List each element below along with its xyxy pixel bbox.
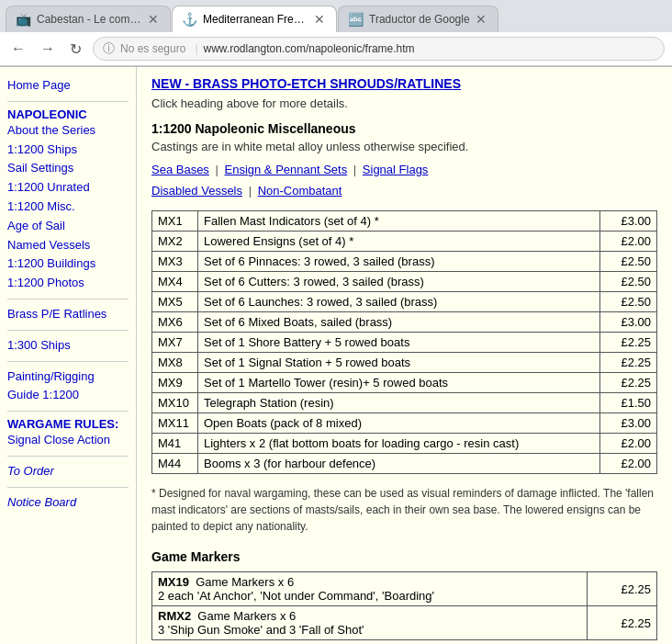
table-row: MX6 Set of 6 Mixed Boats, sailed (brass)… xyxy=(152,312,657,333)
link-ensign[interactable]: Ensign & Pennant Sets xyxy=(225,163,348,176)
product-code: MX11 xyxy=(152,413,198,434)
product-price: £3.00 xyxy=(600,312,657,333)
table-row: MX11 Open Boats (pack of 8 mixed) £3.00 xyxy=(152,413,657,434)
top-link-subtitle: Click heading above for more details. xyxy=(151,96,657,110)
tab-close-1[interactable]: ✕ xyxy=(148,12,159,27)
tab-label-3: Traductor de Google xyxy=(369,13,470,26)
sidebar-home-link[interactable]: Home Page xyxy=(7,76,129,96)
table-row: MX5 Set of 6 Launches: 3 rowed, 3 sailed… xyxy=(152,292,657,312)
product-desc: Set of 1 Signal Station + 5 rowed boats xyxy=(198,353,600,373)
refresh-button[interactable]: ↻ xyxy=(66,39,85,60)
link-sea-bases[interactable]: Sea Bases xyxy=(151,163,209,176)
product-code: MX4 xyxy=(152,272,198,292)
address-bar[interactable]: ⓘ No es seguro | www.rodlangton.com/napo… xyxy=(93,37,665,61)
sidebar-notice-section: Notice Board xyxy=(7,493,129,513)
sidebar-item-300ships[interactable]: 1:300 Ships xyxy=(7,336,129,356)
product-desc: Set of 6 Mixed Boats, sailed (brass) xyxy=(198,312,600,333)
sidebar-item-ships[interactable]: 1:1200 Ships xyxy=(7,141,129,160)
product-code: MX8 xyxy=(152,353,198,373)
game-marker-desc: RMX2 Game Markers x 6 3 'Ship Gun Smoke'… xyxy=(152,606,588,640)
sidebar-item-about[interactable]: About the Series xyxy=(7,121,129,141)
product-desc: Lighters x 2 (flat bottom boats for load… xyxy=(198,434,600,454)
table-row: M44 Booms x 3 (for harbour defence) £2.0… xyxy=(152,454,657,474)
sidebar-home-section: Home Page xyxy=(7,76,129,96)
sidebar-item-sail[interactable]: Sail Settings xyxy=(7,159,129,178)
game-markers-heading: Game Markers xyxy=(151,549,657,564)
table-row: MX3 Set of 6 Pinnaces: 3 rowed, 3 sailed… xyxy=(152,252,657,272)
sidebar-item-age[interactable]: Age of Sail xyxy=(7,217,129,236)
game-markers-table: MX19 Game Markers x 6 2 each 'At Anchor'… xyxy=(151,571,657,640)
sep1: | xyxy=(216,163,222,176)
product-price: £1.50 xyxy=(600,393,657,413)
security-icon: ⓘ xyxy=(103,40,115,57)
tab-close-3[interactable]: ✕ xyxy=(476,12,487,27)
game-marker-desc: MX19 Game Markers x 6 2 each 'At Anchor'… xyxy=(152,572,588,606)
product-price: £2.00 xyxy=(600,232,657,252)
sidebar-item-buildings[interactable]: 1:1200 Buildings xyxy=(7,254,129,274)
product-price: £2.50 xyxy=(600,272,657,292)
product-code: MX10 xyxy=(152,393,198,413)
tab-3[interactable]: 🔤 Traductor de Google ✕ xyxy=(338,6,498,32)
link-disabled[interactable]: Disabled Vessels xyxy=(151,184,242,198)
security-label: No es seguro xyxy=(120,42,185,55)
tab-1[interactable]: 📺 Cabestan - Le combat de la i ✕ xyxy=(6,6,171,32)
sidebar-wargame-label: WARGAME RULES: xyxy=(7,417,129,431)
link-non-combatant[interactable]: Non-Combatant xyxy=(258,184,342,198)
product-code: MX6 xyxy=(152,312,198,333)
sidebar: Home Page NAPOLEONIC About the Series 1:… xyxy=(0,67,136,644)
product-price: £3.00 xyxy=(600,413,657,434)
main-content: NEW - BRASS PHOTO-ETCH SHROUDS/RATLINES … xyxy=(136,67,672,644)
sidebar-item-misc[interactable]: 1:1200 Misc. xyxy=(7,198,129,217)
tab-close-2[interactable]: ✕ xyxy=(314,12,325,27)
sidebar-item-signal[interactable]: Signal Close Action xyxy=(7,431,129,450)
sidebar-painting-section: Painting/Rigging Guide 1:1200 xyxy=(7,367,129,406)
top-link[interactable]: NEW - BRASS PHOTO-ETCH SHROUDS/RATLINES xyxy=(151,76,461,91)
game-marker-price: £2.25 xyxy=(588,572,657,606)
sidebar-item-named[interactable]: Named Vessels xyxy=(7,236,129,255)
product-desc: Open Boats (pack of 8 mixed) xyxy=(198,413,600,434)
table-row: MX2 Lowered Ensigns (set of 4) * £2.00 xyxy=(152,232,657,252)
product-code: MX1 xyxy=(152,211,198,232)
tab-bar: 📺 Cabestan - Le combat de la i ✕ ⚓ Medit… xyxy=(0,0,672,32)
link-signal-flags[interactable]: Signal Flags xyxy=(363,163,429,176)
sidebar-brass-section: Brass P/E Ratlines xyxy=(7,305,129,324)
product-code: MX9 xyxy=(152,373,198,393)
sidebar-napoleonic-heading[interactable]: NAPOLEONIC xyxy=(7,107,129,121)
product-price: £2.50 xyxy=(600,292,657,312)
product-price: £2.25 xyxy=(600,333,657,353)
table-row: M41 Lighters x 2 (flat bottom boats for … xyxy=(152,434,657,454)
tab-favicon-3: 🔤 xyxy=(348,12,364,27)
game-marker-row: RMX2 Game Markers x 6 3 'Ship Gun Smoke'… xyxy=(152,606,657,640)
browser-chrome: 📺 Cabestan - Le combat de la i ✕ ⚓ Medit… xyxy=(0,0,672,67)
product-price: £2.00 xyxy=(600,434,657,454)
product-desc: Set of 1 Shore Battery + 5 rowed boats xyxy=(198,333,600,353)
table-row: MX7 Set of 1 Shore Battery + 5 rowed boa… xyxy=(152,333,657,353)
tab-2[interactable]: ⚓ Mediterranean French harbor ✕ xyxy=(172,6,337,32)
sep3: | xyxy=(249,184,255,198)
product-code: M41 xyxy=(152,434,198,454)
sidebar-order-section: To Order xyxy=(7,462,129,481)
sidebar-item-painting[interactable]: Painting/Rigging xyxy=(7,367,129,387)
sidebar-item-order[interactable]: To Order xyxy=(7,462,129,481)
footnote: * Designed for naval wargaming, these ca… xyxy=(151,485,657,535)
product-code: MX5 xyxy=(152,292,198,312)
sidebar-item-notice[interactable]: Notice Board xyxy=(7,493,129,513)
sidebar-item-unrated[interactable]: 1:1200 Unrated xyxy=(7,178,129,198)
products-table: MX1 Fallen Mast Indicators (set of 4) * … xyxy=(151,210,657,474)
game-marker-price: £2.25 xyxy=(588,606,657,640)
nav-bar: ← → ↻ ⓘ No es seguro | www.rodlangton.co… xyxy=(0,32,672,66)
back-button[interactable]: ← xyxy=(7,39,29,59)
links-row-1: Sea Bases | Ensign & Pennant Sets | Sign… xyxy=(151,163,657,176)
section-title: 1:1200 Napoleonic Miscellaneous xyxy=(151,121,657,136)
sidebar-item-brass[interactable]: Brass P/E Ratlines xyxy=(7,305,129,324)
tab-label-1: Cabestan - Le combat de la i xyxy=(37,13,142,26)
product-price: £2.50 xyxy=(600,252,657,272)
forward-button[interactable]: → xyxy=(37,39,59,59)
product-price: £2.25 xyxy=(600,373,657,393)
table-row: MX4 Set of 6 Cutters: 3 rowed, 3 sailed … xyxy=(152,272,657,292)
sidebar-item-guide[interactable]: Guide 1:1200 xyxy=(7,386,129,405)
table-row: MX1 Fallen Mast Indicators (set of 4) * … xyxy=(152,211,657,232)
product-code: MX2 xyxy=(152,232,198,252)
sidebar-item-photos[interactable]: 1:1200 Photos xyxy=(7,274,129,293)
product-code: MX3 xyxy=(152,252,198,272)
